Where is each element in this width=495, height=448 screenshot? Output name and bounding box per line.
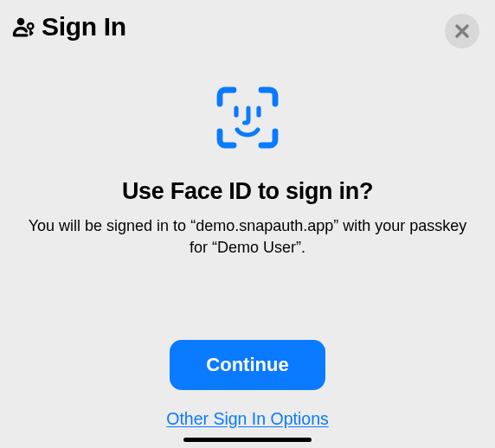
prompt-headline: Use Face ID to sign in? <box>122 178 373 205</box>
dialog-actions: Continue Other Sign In Options <box>0 340 495 429</box>
face-id-icon <box>213 83 282 156</box>
passkey-icon <box>12 15 36 39</box>
close-button[interactable] <box>445 14 479 48</box>
prompt-description: You will be signed in to “demo.snapauth.… <box>27 215 468 259</box>
dialog-content: Use Face ID to sign in? You will be sign… <box>0 83 495 259</box>
svg-point-0 <box>17 18 25 26</box>
dialog-title: Sign In <box>42 12 126 42</box>
close-icon <box>454 23 470 39</box>
other-sign-in-options-link[interactable]: Other Sign In Options <box>166 409 329 429</box>
dialog-header: Sign In <box>12 12 126 42</box>
home-indicator[interactable] <box>183 438 312 442</box>
continue-button[interactable]: Continue <box>170 340 325 390</box>
